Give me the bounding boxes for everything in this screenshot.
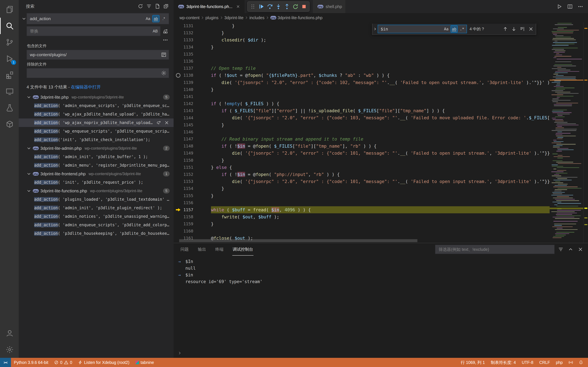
activity-extensions-icon[interactable] (0, 67, 19, 83)
search-match-row[interactable]: add_action( 'plugins_loaded', 'p3dlite_l… (19, 195, 173, 204)
search-input[interactable]: add_action Aa ab .* (26, 13, 169, 24)
gutter-row[interactable]: 1138 (173, 72, 211, 79)
gutter-row[interactable]: 1151 (173, 164, 211, 171)
gutter-row[interactable]: 1136 (173, 58, 211, 65)
run-php-icon[interactable] (556, 3, 563, 10)
preserve-case-icon[interactable]: AB (152, 27, 159, 35)
panel-menu-icon[interactable] (557, 246, 564, 253)
debug-console[interactable]: →$Innull→$inresource id='69' type='strea… (173, 256, 588, 358)
clear-search-results-icon[interactable] (145, 3, 153, 10)
step-out-icon[interactable] (283, 2, 291, 11)
search-match-row[interactable]: add_action( 'admin_notices', 'p3dlite_un… (19, 212, 173, 221)
tab-problems[interactable]: 问题 (180, 243, 189, 256)
breadcrumb-item[interactable]: 3dprint-lite-functions.php (270, 15, 322, 20)
status-notifications[interactable] (576, 358, 586, 367)
gutter-row[interactable]: 1150 (173, 157, 211, 164)
breadcrumb-item[interactable]: 3dprint-lite (225, 15, 244, 20)
gutter-row[interactable]: 1155 (173, 192, 211, 199)
status-encoding[interactable]: UTF-8 (519, 358, 536, 367)
status-tabnine[interactable]: tabnine (132, 358, 157, 367)
gutter-row[interactable]: 1139 (173, 79, 211, 86)
search-match-row[interactable]: add_action( 'admin_init', 'p3dlite_plugi… (19, 204, 173, 212)
activity-remote-explorer-icon[interactable] (0, 83, 19, 100)
open-editors-only-icon[interactable] (160, 51, 167, 58)
continue-icon[interactable] (257, 2, 266, 11)
status-language-mode[interactable]: php (553, 358, 566, 367)
replace-icon[interactable] (155, 119, 162, 126)
gutter-row[interactable]: 1159 (173, 220, 211, 227)
tab-debug-console[interactable]: 调试控制台 (232, 243, 253, 256)
exclude-settings-icon[interactable] (160, 69, 167, 77)
toggle-search-details-icon[interactable] (162, 36, 169, 44)
status-tab-size[interactable]: 制表符长度: 4 (488, 358, 519, 367)
more-actions-icon[interactable] (577, 3, 584, 10)
search-match-row[interactable]: add_action( 'wp_ajax_nopriv_p3dlite_hand… (19, 118, 173, 127)
editor-gutter[interactable]: 1131113211331134113511361137113811391140… (173, 22, 211, 243)
collapse-all-icon[interactable] (162, 3, 170, 10)
gutter-row[interactable]: 1143 (173, 107, 211, 114)
activity-settings-icon[interactable] (0, 342, 19, 358)
open-in-editor-link[interactable]: 在编辑器中打开 (71, 84, 101, 90)
files-include-input[interactable]: wp-content/plugins/ (26, 50, 169, 60)
arrow-down-icon[interactable] (510, 25, 518, 33)
replace-all-icon[interactable] (162, 27, 169, 35)
activity-run-and-debug-icon[interactable]: 1 (0, 50, 19, 67)
find-toggle-replace-icon[interactable] (372, 24, 378, 34)
find-in-selection-icon[interactable] (519, 25, 526, 33)
gripper-icon[interactable] (249, 2, 257, 11)
files-exclude-input[interactable] (26, 68, 169, 78)
gutter-row[interactable]: 1135 (173, 51, 211, 58)
gutter-row[interactable]: 1131 (173, 22, 211, 29)
search-match-row[interactable]: add_action( 'wp_enqueue_scripts', 'p3dli… (19, 127, 173, 135)
search-match-row[interactable]: add_action( 'admin_enqueue_scripts', 'p3… (19, 101, 173, 110)
arrow-up-icon[interactable] (502, 25, 509, 33)
status-feedback[interactable] (566, 358, 576, 367)
gutter-row[interactable]: 1142 (173, 100, 211, 107)
tab-output[interactable]: 输出 (198, 243, 206, 256)
activity-packages-icon[interactable] (0, 116, 19, 132)
breadcrumb-item[interactable]: includes (249, 15, 264, 20)
activity-search-icon[interactable] (0, 18, 19, 34)
gutter-row[interactable]: 1148 (173, 142, 211, 150)
search-match-row[interactable]: add_action( 'admin_init', 'p3dlite_buffe… (19, 152, 173, 161)
breadcrumb-item[interactable]: wp-content (180, 15, 199, 20)
restart-icon[interactable] (291, 2, 300, 11)
stop-icon[interactable] (300, 2, 308, 11)
split-editor-icon[interactable] (566, 3, 574, 10)
search-file-row[interactable]: 3dprint-lite-admin.phpwp-content/plugins… (19, 144, 173, 152)
gutter-row[interactable]: 1157 (173, 206, 211, 213)
gutter-row[interactable]: 1156 (173, 199, 211, 206)
breadcrumb-item[interactable]: plugins (205, 15, 218, 20)
activity-source-control-icon[interactable] (0, 34, 19, 50)
step-over-icon[interactable] (266, 2, 274, 11)
gutter-row[interactable]: 1153 (173, 178, 211, 185)
code-lines[interactable]: } } closedir( $dir );}// Open temp filei… (211, 22, 550, 243)
gutter-row[interactable]: 1132 (173, 29, 211, 36)
gutter-row[interactable]: 1141 (173, 93, 211, 100)
replace-input[interactable]: 替换 AB (26, 26, 160, 36)
activity-explorer-icon[interactable] (0, 1, 19, 18)
match-case-icon[interactable]: Aa (144, 15, 152, 22)
find-input[interactable]: $in Aa ab .* (378, 25, 467, 33)
status-problems[interactable]: 00 (51, 358, 75, 367)
search-file-row[interactable]: 3dprint-lite.phpwp-content/plugins/3dpri… (19, 93, 173, 101)
activity-testing-icon[interactable] (0, 100, 19, 116)
dismiss-icon[interactable] (163, 119, 170, 126)
gutter-row[interactable]: 1140 (173, 86, 211, 93)
refresh-icon[interactable] (137, 3, 144, 10)
status-cursor-position[interactable]: 行 1069, 列 1 (458, 358, 488, 367)
whole-word-icon[interactable]: ab (152, 15, 159, 22)
close-panel-icon[interactable] (577, 246, 584, 253)
horizontal-scrollbar[interactable] (179, 239, 417, 242)
tab-shell-php[interactable]: shell.php (313, 0, 345, 13)
tab-3dprint-lite-functions[interactable]: 3dprint-lite-functions.ph... (173, 0, 245, 13)
gutter-row[interactable]: 1133 (173, 36, 211, 43)
status-eol[interactable]: CRLF (536, 358, 553, 367)
minimap[interactable] (550, 22, 583, 243)
search-file-row[interactable]: 3dprint-lite-frontend.phpwp-content/plug… (19, 170, 173, 178)
regex-icon[interactable]: .* (160, 15, 167, 22)
step-into-icon[interactable] (274, 2, 283, 11)
open-new-search-editor-icon[interactable] (154, 3, 161, 10)
gutter-row[interactable]: 1137 (173, 65, 211, 72)
status-xdebug-listen[interactable]: Listen for Xdebug (root2) (75, 358, 132, 367)
